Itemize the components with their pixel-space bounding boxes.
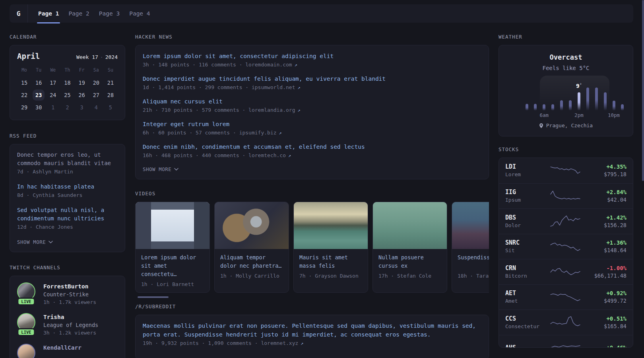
rss-item-title[interactable]: In hac habitasse platea [17, 183, 118, 191]
calendar-day: 17 [46, 76, 60, 89]
calendar-day-header: Su [103, 66, 118, 74]
stock-change: +1.42% [582, 214, 627, 222]
stock-name: Consectetur [505, 323, 548, 330]
subreddit-item-title[interactable]: Maecenas mollis pulvinar erat non posuer… [143, 321, 481, 339]
stock-row: SNRCSit+1.36%$148.64 [499, 234, 633, 259]
hackernews-item-title[interactable]: Donec enim nibh, condimentum et accumsan… [143, 142, 481, 151]
external-link-icon: ↗ [295, 62, 297, 68]
rss-item-meta: 8d · Cynthia Saunders [17, 191, 118, 199]
rss-show-more-button[interactable]: SHOW MORE [17, 239, 53, 245]
hackernews-item-title[interactable]: Integer eget rutrum lorem [143, 120, 481, 128]
page-scrollbar[interactable] [642, 0, 644, 181]
year-label: 2024 [105, 54, 118, 60]
calendar-header: CALENDAR [10, 34, 125, 40]
stock-sparkline-wrap [548, 163, 582, 178]
video-title[interactable]: Lorem ipsum dolor sit amet consectetu… [141, 253, 204, 278]
rss-item-meta: 7d · Ashlyn Martin [17, 167, 118, 176]
calendar-day-header: Tu [31, 66, 46, 74]
video-meta: 1h · Lori Barnett [141, 281, 204, 287]
stock-ticker: AHS [505, 344, 548, 348]
video-card[interactable]: Mauris sit amet massa felis7h · Grayson … [293, 202, 368, 293]
tab-page-4[interactable]: Page 4 [129, 4, 150, 23]
twitch-channel-row[interactable]: KendallCarr [17, 344, 118, 358]
calendar-selected-day: 23 [33, 90, 45, 101]
stock-change: +1.36% [582, 239, 627, 247]
video-title[interactable]: Aliquam tempor dolor nec pharetra… [220, 253, 283, 270]
calendar-day-header: Sa [89, 66, 103, 74]
stock-sparkline-wrap [548, 290, 582, 305]
stock-row: IIGIpsum+2.84%$42.04 [499, 183, 633, 209]
hackernews-item: Integer eget rutrum lorem6h · 60 points … [143, 120, 481, 137]
subreddit-item-meta: 19h · 9,932 points · 1,090 comments · lo… [143, 339, 481, 348]
twitch-channel-row[interactable]: LIVETrishaLeague of Legends3h · 1.2k vie… [17, 313, 118, 337]
hackernews-widget: Lorem ipsum dolor sit amet, consectetur … [135, 45, 489, 179]
stock-sparkline-wrap [548, 214, 582, 229]
weather-location: Prague, Czechia [546, 123, 593, 128]
stock-sparkline [550, 315, 581, 330]
video-card[interactable]: Aliquam tempor dolor nec pharetra…1h · M… [214, 202, 289, 293]
calendar-day: 22 [17, 89, 31, 101]
calendar-day: 2 [60, 101, 74, 113]
external-link-icon: ↗ [298, 107, 301, 113]
nav-tabs: Page 1Page 2Page 3Page 4 [28, 4, 150, 23]
calendar-day: 5 [103, 101, 118, 113]
rss-item: In hac habitasse platea8d · Cynthia Saun… [17, 183, 118, 199]
weather-hour-label: 6am [540, 112, 549, 118]
video-card[interactable]: Lorem ipsum dolor sit amet consectetu…1h… [135, 202, 210, 293]
external-link-icon: ↗ [288, 153, 291, 158]
video-thumbnail[interactable] [136, 202, 209, 249]
stock-id: CCSConsectetur [505, 315, 548, 330]
calendar-day: 15 [17, 76, 31, 89]
video-meta: 1h · Molly Carrillo [220, 273, 283, 279]
video-card[interactable]: Nullam posuere cursus ex17h · Stefan Col… [372, 202, 447, 293]
calendar-day-header: Mo [17, 66, 31, 74]
tab-page-2[interactable]: Page 2 [68, 4, 89, 23]
weather-bar-chart: 9° [499, 76, 633, 111]
calendar-day: 4 [89, 101, 103, 113]
weather-hour-label: 2pm [574, 112, 584, 118]
calendar-day: 28 [103, 89, 118, 101]
twitch-channel-name: KendallCarr [43, 344, 81, 352]
stock-id: LDILorem [505, 163, 548, 178]
video-thumbnail[interactable] [215, 202, 289, 249]
weather-current-temp: 9° [576, 83, 582, 89]
twitch-channel-row[interactable]: LIVEForrestBurtonCounter-Strike1h · 1.7k… [17, 282, 118, 306]
subreddit-header: /R/SUBREDDIT [135, 304, 489, 310]
video-card[interactable]: Suspendisse diam18h · Tara [452, 202, 489, 293]
video-thumbnail[interactable] [452, 202, 489, 249]
carousel-scrollbar[interactable] [138, 296, 169, 298]
rss-item-title[interactable]: Sed volutpat nulla nisl, a condimentum n… [17, 206, 118, 223]
video-thumbnail[interactable] [294, 202, 368, 249]
app-logo[interactable]: G [10, 4, 28, 23]
stock-values: -1.00%$66,171.48 [582, 264, 627, 280]
calendar-day: 30 [31, 101, 46, 113]
calendar-day: 1 [46, 101, 60, 113]
stock-sparkline-wrap [548, 264, 582, 279]
calendar-widget: April Week 17·2024 MoTuWeThFrSaSu 151617… [10, 45, 125, 120]
video-card-body: Aliquam tempor dolor nec pharetra…1h · M… [215, 249, 289, 284]
stock-row: AHS+0.46% [499, 335, 633, 348]
tab-page-1[interactable]: Page 1 [38, 4, 59, 23]
weather-location-row: Prague, Czechia [499, 123, 633, 128]
hackernews-item-title[interactable]: Lorem ipsum dolor sit amet, consectetur … [143, 52, 481, 60]
hackernews-item-meta: 3h · 148 points · 116 comments · loremdo… [143, 60, 481, 69]
hackernews-item-title[interactable]: Donec imperdiet augue tincidunt felis al… [143, 74, 481, 83]
hackernews-show-more-button[interactable]: SHOW MORE [143, 166, 178, 172]
subreddit-widget: Maecenas mollis pulvinar erat non posuer… [135, 315, 489, 358]
video-thumbnail[interactable] [373, 202, 447, 249]
rss-item-meta: 12d · Chance Jones [17, 223, 118, 231]
hackernews-item-title[interactable]: Aliquam nec cursus elit [143, 97, 481, 106]
stock-values: +2.84%$42.04 [582, 188, 627, 204]
weather-temp-bar [578, 92, 580, 111]
calendar-day: 25 [60, 89, 74, 101]
weather-hour-label: 10pm [608, 112, 620, 118]
video-title[interactable]: Suspendisse diam [458, 253, 489, 270]
video-title[interactable]: Nullam posuere cursus ex [378, 253, 441, 270]
tab-page-3[interactable]: Page 3 [99, 4, 120, 23]
weather-temp-bar [551, 104, 554, 111]
separator-dot: · [100, 54, 103, 60]
stock-name: Sit [505, 247, 548, 254]
stock-id: AETAmet [505, 289, 548, 305]
rss-item-title[interactable]: Donec tempor eros leo, ut commodo mauris… [17, 151, 118, 167]
video-title[interactable]: Mauris sit amet massa felis [299, 253, 362, 270]
